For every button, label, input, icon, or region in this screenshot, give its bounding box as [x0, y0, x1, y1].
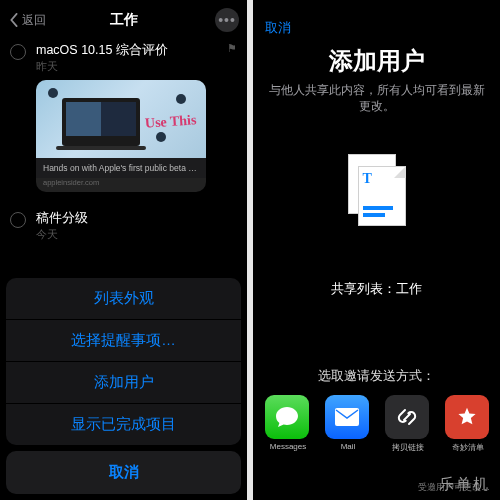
app-copy-link[interactable]: 拷贝链接 — [385, 395, 431, 453]
reminder-title: macOS 10.15 综合评价 — [36, 42, 168, 59]
reminder-date: 昨天 — [36, 60, 237, 74]
send-method-label: 选取邀请发送方式： — [253, 368, 500, 385]
laptop-icon — [62, 98, 140, 146]
star-icon — [445, 395, 489, 439]
share-title: 添加用户 — [265, 45, 488, 77]
reminders-list: macOS 10.15 综合评价 ⚑ 昨天 Use This Hands on … — [0, 40, 247, 242]
sheet-cancel-button[interactable]: 取消 — [6, 451, 241, 494]
mail-icon — [325, 395, 369, 439]
link-icon — [385, 395, 429, 439]
document-graphic: T — [253, 154, 500, 226]
svg-rect-0 — [335, 408, 359, 426]
sheet-option-select[interactable]: 选择提醒事项… — [6, 320, 241, 362]
reminder-date: 今天 — [36, 228, 237, 242]
share-list-label: 共享列表：工作 — [253, 280, 500, 298]
preview-source: appleinsider.com — [36, 178, 206, 192]
link-preview[interactable]: Use This Hands on with Apple's first pub… — [36, 80, 206, 192]
reminder-title: 稿件分级 — [36, 210, 88, 227]
share-apps-row: Messages Mail 拷贝链接 奇妙清单 ⋯ — [253, 395, 500, 453]
app-label: Messages — [265, 442, 311, 451]
reminder-item[interactable]: macOS 10.15 综合评价 ⚑ 昨天 Use This Hands on … — [10, 42, 237, 192]
page-title: 工作 — [0, 11, 247, 29]
sheet-option-add-user[interactable]: 添加用户 — [6, 362, 241, 404]
app-mail[interactable]: Mail — [325, 395, 371, 453]
page-front-icon: T — [358, 166, 406, 226]
sheet-option-appearance[interactable]: 列表外观 — [6, 278, 241, 320]
invitee-note: 受邀用户可更改… — [418, 481, 490, 494]
app-label: 奇妙清单 — [445, 442, 491, 453]
navbar: 返回 工作 ••• — [0, 0, 247, 40]
share-description: 与他人共享此内容，所有人均可看到最新 更改。 — [265, 83, 488, 114]
complete-radio[interactable] — [10, 212, 26, 228]
reminder-item[interactable]: 稿件分级 今天 — [10, 210, 237, 242]
messages-icon — [265, 395, 309, 439]
sheet-option-show-completed[interactable]: 显示已完成项目 — [6, 404, 241, 445]
app-label: 拷贝链接 — [385, 442, 431, 453]
action-sheet: 列表外观 选择提醒事项… 添加用户 显示已完成项目 取消 — [0, 278, 247, 500]
preview-headline: Hands on with Apple's first public beta … — [36, 158, 206, 178]
right-screen-share: 取消 添加用户 与他人共享此内容，所有人均可看到最新 更改。 T 共享列表：工作… — [253, 0, 500, 500]
handwriting-annotation: Use This — [144, 114, 196, 130]
left-screen-reminders: 返回 工作 ••• macOS 10.15 综合评价 ⚑ 昨天 Use This — [0, 0, 247, 500]
flag-icon: ⚑ — [227, 42, 237, 59]
cancel-button[interactable]: 取消 — [265, 20, 291, 35]
text-glyph-icon: T — [363, 171, 372, 187]
complete-radio[interactable] — [10, 44, 26, 60]
app-label: Mail — [325, 442, 371, 451]
app-messages[interactable]: Messages — [265, 395, 311, 453]
app-wunderlist[interactable]: 奇妙清单 — [445, 395, 491, 453]
preview-thumb: Use This — [36, 80, 206, 158]
